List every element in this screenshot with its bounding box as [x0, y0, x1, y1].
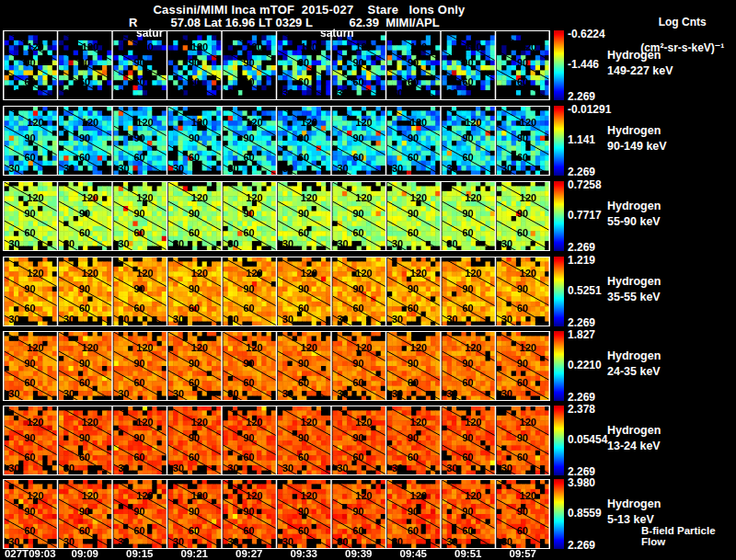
channel-label: Hydrogen 35-55 keV	[607, 274, 661, 305]
spectrogram-panel-4: 1.2190.52512.269Hydrogen 35-55 keV	[0, 257, 736, 326]
heatmap-strip	[3, 257, 550, 326]
colorbar	[554, 181, 564, 251]
colorbar	[554, 479, 564, 549]
channel-label: Hydrogen 13-24 keV	[607, 423, 661, 454]
saturn-position-label: satur	[136, 27, 163, 40]
colorbar-mid-label: 0.5251	[568, 284, 602, 297]
colorbar-min-label: 2.269	[568, 241, 595, 254]
time-tick-label: 09:39	[345, 548, 372, 559]
colorbar-max-label: 0.7258	[568, 178, 602, 191]
spectrogram-panel-7: 3.9800.85592.269Hydrogen 5-13 keV	[0, 479, 736, 549]
colorbar	[554, 106, 564, 176]
colorbar-mid-label: 0.8559	[568, 507, 602, 520]
time-tick-label: 09:15	[126, 548, 153, 559]
channel-label: Hydrogen 149-227 keV	[607, 48, 673, 79]
colorbar-mid-label: 1.141	[568, 133, 595, 146]
time-tick-label: 09:57	[510, 548, 536, 559]
bfield-particle-flow-label: B-field Particle Flow	[641, 525, 736, 547]
channel-label: Hydrogen 5-13 keV	[607, 497, 661, 528]
colorbar-mid-label: 0.7717	[568, 209, 602, 222]
spectrogram-panel-1: -0.6224-1.4462.269Hydrogen 149-227 keV	[0, 30, 736, 100]
heatmap-strip	[3, 331, 550, 401]
spectrogram-panel-3: 0.72580.77172.269Hydrogen 55-90 keV	[0, 181, 736, 251]
colorbar-max-label: 3.980	[568, 476, 595, 489]
colorbar-mid-label: -1.446	[568, 58, 599, 71]
spectrogram-panels: -0.6224-1.4462.269Hydrogen 149-227 keV-0…	[0, 0, 736, 560]
time-tick-label: 027T09:03	[5, 548, 56, 559]
cassini-mimi-plot-window: Cassini/MIMI Inca mTOF 2015-027 Stare Io…	[0, 0, 736, 560]
heatmap-strip	[3, 406, 550, 475]
colorbar-max-label: -0.6224	[568, 28, 605, 40]
colorbar-min-label: 2.269	[568, 391, 595, 404]
colorbar	[554, 30, 564, 100]
time-tick-label: 09:27	[236, 548, 262, 559]
time-tick-label: 09:51	[454, 548, 481, 559]
colorbar-max-label: -0.01291	[568, 103, 611, 116]
heatmap-strip	[3, 106, 550, 176]
time-tick-label: 09:45	[400, 548, 427, 559]
colorbar-max-label: 2.378	[568, 403, 595, 416]
colorbar-mid-label: 0.05454	[568, 433, 607, 446]
time-axis: 027T09:0309:0909:1509:2109:2709:3309:390…	[0, 547, 736, 560]
colorbar	[554, 406, 564, 475]
colorbar-min-label: 2.269	[568, 316, 595, 329]
saturn-position-label: saturn	[320, 27, 354, 40]
channel-label: Hydrogen 55-90 keV	[607, 199, 661, 230]
spectrogram-panel-5: 1.8270.22102.269Hydrogen 24-35 keV	[0, 331, 736, 401]
channel-label: Hydrogen 24-35 keV	[607, 349, 661, 380]
channel-label: Hydrogen 90-149 keV	[607, 123, 667, 154]
colorbar-min-label: 2.269	[568, 166, 595, 178]
colorbar-mid-label: 0.2210	[568, 359, 602, 371]
time-tick-label: 09:33	[291, 548, 317, 559]
heatmap-strip	[3, 30, 550, 100]
heatmap-strip	[3, 181, 550, 251]
colorbar-max-label: 1.827	[568, 328, 595, 341]
colorbar-min-label: 2.269	[568, 90, 595, 103]
colorbar-max-label: 1.219	[568, 254, 595, 267]
heatmap-strip	[3, 479, 550, 549]
colorbar	[554, 331, 564, 401]
time-tick-label: 09:09	[72, 548, 98, 559]
time-tick-label: 09:21	[181, 548, 208, 559]
spectrogram-panel-2: -0.012911.1412.269Hydrogen 90-149 keV	[0, 106, 736, 176]
spectrogram-panel-6: 2.3780.054542.269Hydrogen 13-24 keV	[0, 406, 736, 475]
colorbar	[554, 257, 564, 326]
